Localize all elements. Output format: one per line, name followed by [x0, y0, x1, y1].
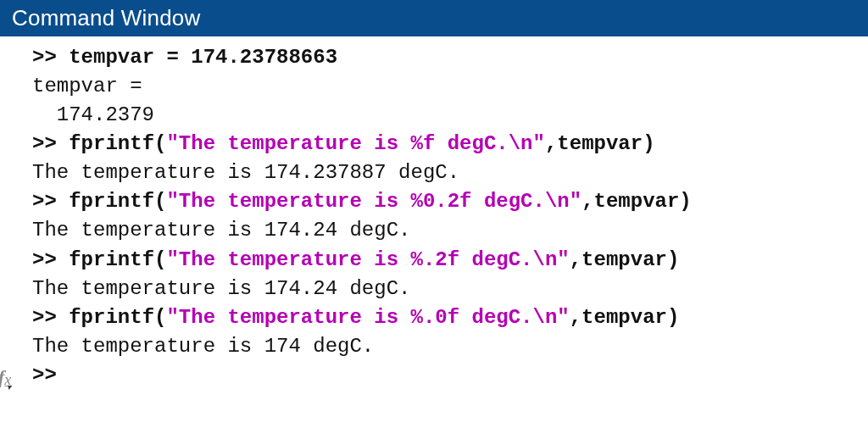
fx-dropdown-arrow: ▾ [7, 383, 19, 392]
string-literal: "The temperature is %0.2f degC.\n" [166, 190, 581, 213]
prompt: >> [32, 46, 69, 69]
input-code: ,tempvar) [545, 132, 655, 155]
input-code: fprintf( [69, 306, 166, 329]
string-literal: "The temperature is %.2f degC.\n" [166, 248, 569, 271]
prompt: >> [32, 132, 69, 155]
input-code: fprintf( [69, 190, 166, 213]
input-code: ,tempvar) [581, 190, 692, 213]
prompt: >> [32, 190, 69, 213]
string-literal: "The temperature is %f degC.\n" [166, 132, 544, 155]
window-title: Command Window [0, 2, 868, 36]
input-code: ,tempvar) [570, 248, 680, 271]
input-code: fprintf( [69, 132, 166, 155]
console-area[interactable]: >> tempvar = 174.23788663 tempvar = 174.… [17, 36, 868, 439]
output-line: The temperature is 174.24 degC. [32, 219, 410, 242]
prompt: >> [32, 248, 69, 271]
output-line: The temperature is 174.237887 degC. [32, 161, 459, 184]
input-line: tempvar = 174.23788663 [69, 46, 337, 69]
input-code: fprintf( [69, 248, 166, 271]
string-literal: "The temperature is %.0f degC.\n" [166, 306, 569, 329]
cursor-prompt: >> [32, 364, 57, 386]
output-line: The temperature is 174.24 degC. [32, 277, 410, 300]
output-line: The temperature is 174 degC. [32, 335, 374, 358]
content-wrapper: fx ▾ >> tempvar = 174.23788663 tempvar =… [0, 36, 868, 439]
output-line: 174.2379 [32, 103, 154, 126]
gutter: fx ▾ [0, 36, 17, 439]
command-window: Command Window fx ▾ >> tempvar = 174.237… [0, 0, 868, 439]
input-code: ,tempvar) [570, 306, 680, 329]
fx-icon[interactable]: fx ▾ [0, 368, 11, 395]
prompt: >> [32, 306, 69, 329]
output-line: tempvar = [32, 75, 142, 97]
